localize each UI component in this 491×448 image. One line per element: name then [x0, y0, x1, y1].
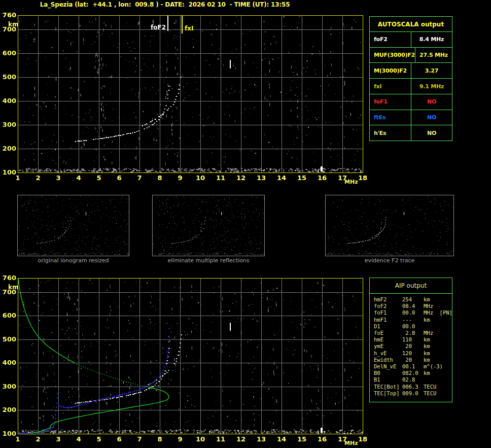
autoscala-param-value: NO — [411, 110, 452, 125]
x-tick-label: 11 — [215, 436, 227, 443]
aip-param-unit: TECU — [424, 390, 452, 397]
aip-row-foe: foE 2.8MHz — [374, 330, 452, 336]
aip-param-value: 00.0 — [402, 323, 424, 330]
y-tick-label: 300 — [1, 121, 16, 128]
x-tick-label: 16 — [316, 175, 328, 182]
x-tick-label: 8 — [154, 175, 166, 182]
y-tick-label: 600 — [1, 50, 16, 57]
autoscala-param-label: foF1 — [370, 94, 411, 110]
aip-param-value: 00.1 — [402, 363, 424, 370]
aip-param-unit: MHz [PN] — [424, 309, 452, 316]
x-tick-label: 14 — [275, 436, 288, 443]
x-tick-label: 12 — [235, 436, 247, 443]
x-tick-label: 2 — [32, 436, 44, 443]
autoscala-row-fxi: fxI9.1 MHz — [370, 79, 452, 94]
aip-param-label: foF2 — [374, 303, 402, 309]
x-tick-label: 4 — [73, 436, 85, 443]
x-tick-label: 7 — [133, 436, 146, 443]
aip-param-label: foE — [374, 330, 402, 336]
autoscala-param-value: 9.1 MHz — [411, 79, 452, 94]
x-tick-label: 9 — [174, 436, 186, 443]
aip-param-value: 08.4 — [402, 303, 424, 309]
aip-param-label: Ewidth — [374, 357, 402, 363]
y-tick-label: 760 — [1, 12, 16, 19]
thumbnail-eliminate-reflections — [152, 195, 265, 256]
autoscala-row-ftes: ftEsNO — [370, 110, 452, 126]
autoscala-param-value: 27.5 MHz — [415, 48, 452, 63]
x-tick-label: 16 — [316, 436, 328, 443]
autoscala-param-label: h'Es — [370, 125, 411, 141]
aip-table-header: AIP output — [370, 278, 452, 294]
x-tick-label: 4 — [73, 175, 85, 182]
aip-param-label: D1 — [374, 323, 402, 330]
x-tick-label: 5 — [93, 175, 105, 182]
aip-param-value: 110 — [402, 336, 424, 343]
aip-param-label: ymE — [374, 343, 402, 350]
aip-param-unit: km — [424, 336, 452, 343]
autoscala-param-value: NO — [411, 94, 452, 110]
x-tick-label: 8 — [154, 436, 166, 443]
aip-param-value: 02.8 — [402, 376, 424, 383]
aip-output-table: AIP output hmF2254kmfoF208.4MHzfoF100.0M… — [369, 278, 452, 402]
page-title: La_Spezia (lat: +44.1 , lon: 009.8 ) - D… — [0, 1, 330, 8]
aip-param-unit: km — [424, 370, 452, 376]
autoscala-row-m3000f2: M(3000)F23.27 — [370, 63, 452, 79]
thumbnail-original-ionogram — [17, 195, 129, 256]
x-tick-label: 18 — [357, 436, 369, 443]
aip-param-label: hmF1 — [374, 317, 402, 323]
aip-param-label: hmE — [374, 336, 402, 343]
aip-param-unit — [424, 376, 452, 383]
aip-row-delnve: DelN_vE00.1m^(-3) — [374, 363, 452, 370]
aip-row-tecbot: TEC[Bot]006.3TECU — [374, 384, 452, 390]
x-tick-label: 15 — [296, 436, 308, 443]
ionogram-plot-bottom — [18, 278, 363, 434]
aip-param-value: 20 — [402, 357, 424, 363]
aip-row-fof2: foF208.4MHz — [374, 303, 452, 309]
autoscala-param-label: M(3000)F2 — [370, 63, 411, 78]
x-tick-label: 1 — [12, 436, 24, 443]
aip-param-value: 120 — [402, 350, 424, 357]
x-tick-label: 1 — [12, 175, 24, 182]
x-tick-label: 13 — [255, 175, 267, 182]
km-axis-label: km — [8, 21, 18, 28]
x-tick-label: 12 — [235, 175, 247, 182]
x-tick-label: 10 — [194, 175, 206, 182]
x-tick-label: 14 — [275, 175, 288, 182]
aip-row-b0: B0082.0km — [374, 370, 452, 376]
autoscala-row-fof1: foF1NO — [370, 94, 452, 110]
autoscala-param-label: ftEs — [370, 110, 411, 125]
aip-param-unit: km — [424, 357, 452, 363]
autoscala-table-header: AUTOSCALA output — [370, 17, 452, 32]
aip-param-value: --- — [402, 317, 424, 323]
autoscala-param-value: 8.4 MHz — [411, 32, 452, 47]
x-tick-label: 3 — [52, 175, 64, 182]
y-tick-label: 300 — [1, 383, 16, 390]
aip-param-unit: km — [424, 296, 452, 303]
autoscala-row-fof2: foF28.4 MHz — [370, 32, 452, 48]
aip-row-hme: hmE110km — [374, 336, 452, 343]
x-tick-label: 15 — [296, 175, 308, 182]
aip-param-label: h_vE — [374, 350, 402, 357]
autoscala-param-label: foF2 — [370, 32, 411, 47]
y-tick-label: 760 — [1, 274, 16, 282]
y-tick-label: 400 — [1, 359, 16, 366]
x-tick-label: 11 — [215, 175, 227, 182]
autoscala-output-table: AUTOSCALA output foF28.4 MHzMUF(3000)F22… — [369, 16, 452, 141]
aip-param-unit: m^(-3) — [424, 363, 452, 370]
aip-row-d1: D100.0 — [374, 323, 452, 330]
aip-param-label: DelN_vE — [374, 363, 402, 370]
x-tick-label: 6 — [113, 436, 125, 443]
y-tick-label: 400 — [1, 97, 16, 105]
aip-row-ewidth: Ewidth 20km — [374, 357, 452, 363]
thumbnail-evidence-f2-trace — [325, 195, 454, 256]
aip-param-value: 20 — [402, 343, 424, 350]
aip-param-unit: km — [424, 317, 452, 323]
autoscala-param-value: NO — [411, 125, 452, 141]
aip-row-hmf2: hmF2254km — [374, 296, 452, 303]
km-axis-label: km — [8, 284, 18, 291]
autoscala-screen: La_Spezia (lat: +44.1 , lon: 009.8 ) - D… — [0, 0, 491, 448]
x-tick-label: 6 — [113, 175, 125, 182]
aip-param-label: B0 — [374, 370, 402, 376]
thumbnail-caption-eliminate: eliminate multiple reflections — [152, 257, 265, 264]
x-tick-label: 7 — [133, 175, 146, 182]
